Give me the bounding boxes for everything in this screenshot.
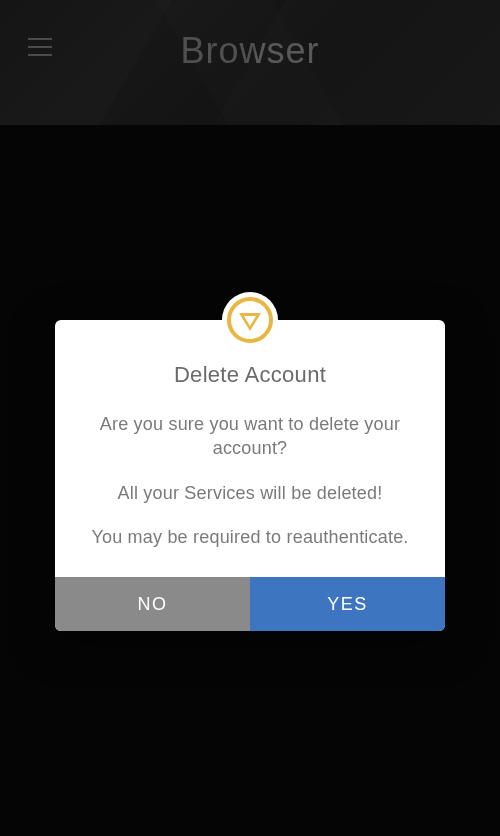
dialog-message-2: All your Services will be deleted! [79, 481, 421, 505]
yes-button[interactable]: YES [250, 577, 445, 631]
alert-icon [222, 292, 278, 348]
dialog-message-3: You may be required to reauthenticate. [79, 525, 421, 549]
dialog-title: Delete Account [79, 362, 421, 388]
no-button[interactable]: NO [55, 577, 250, 631]
dialog-body: Delete Account Are you sure you want to … [55, 320, 445, 577]
confirm-dialog: Delete Account Are you sure you want to … [55, 320, 445, 631]
dialog-button-row: NO YES [55, 577, 445, 631]
dialog-message-1: Are you sure you want to delete your acc… [79, 412, 421, 461]
